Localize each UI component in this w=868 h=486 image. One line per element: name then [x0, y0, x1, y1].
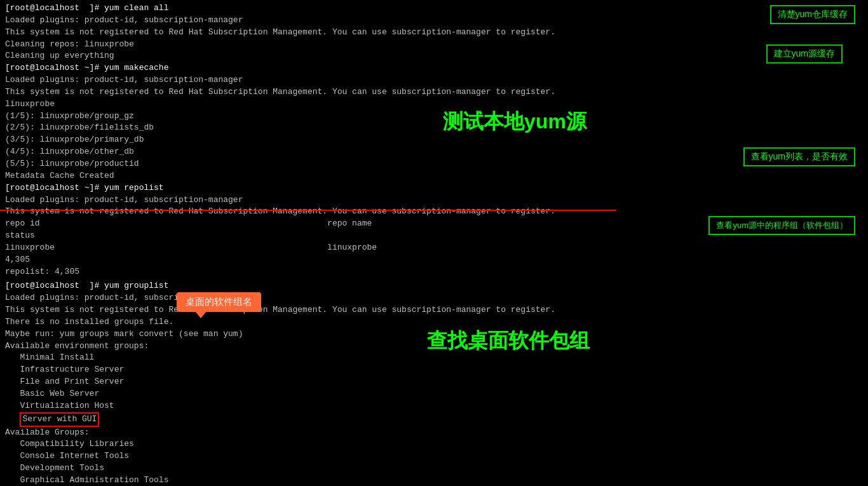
- annotation-label-find: 查找桌面软件包组: [381, 327, 635, 355]
- annotation-label-yum: 测试本地yum源: [388, 108, 642, 136]
- annotations-panel: 清楚yum仓库缓存 建立yum源缓存 测试本地yum源 查看yum列表，是否有效…: [616, 0, 868, 486]
- callout-desktop-group: 桌面的软件组名: [177, 292, 261, 312]
- divider: [0, 210, 616, 211]
- terminal-output: [root@localhost ]# yum clean all Loaded …: [5, 3, 611, 278]
- terminal-output-2: [root@localhost ]# yum grouplist Loaded …: [5, 280, 611, 486]
- terminal-area: [root@localhost ]# yum clean all Loaded …: [0, 0, 616, 486]
- annotation-box-1: 清楚yum仓库缓存: [770, 5, 855, 24]
- annotation-box-3: 查看yum列表，是否有效: [743, 147, 855, 166]
- annotation-box-4: 查看yum源中的程序组（软件包组）: [709, 216, 855, 235]
- annotation-box-2: 建立yum源缓存: [766, 44, 843, 64]
